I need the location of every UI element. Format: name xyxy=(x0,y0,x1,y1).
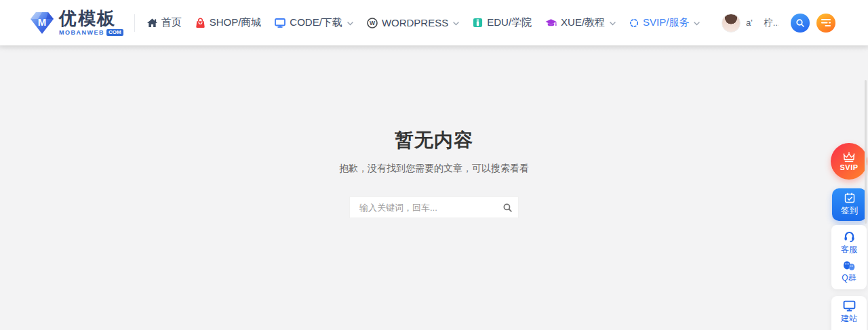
nav-item-home[interactable]: 首页 xyxy=(147,16,182,29)
qq-group-icon xyxy=(842,260,856,271)
chevron-down-icon xyxy=(453,22,459,26)
nav-item-xue[interactable]: XUE/教程 xyxy=(545,16,616,29)
build-card: 建站 xyxy=(831,296,867,330)
site-logo[interactable]: M 优模板 MOBANWEB COM xyxy=(31,9,123,36)
content-area: 暂无内容 抱歉，没有找到您需要的文章，可以搜索看看 xyxy=(0,45,868,330)
nav-item-edu[interactable]: EDU/学院 xyxy=(473,16,532,29)
header-right: a'ゞ 柠... xyxy=(722,14,835,33)
monitor-icon xyxy=(843,300,856,312)
scrollbar-thumb[interactable] xyxy=(865,80,867,224)
nav-label: SHOP/商城 xyxy=(210,16,262,29)
site-build-button[interactable]: 建站 xyxy=(841,300,857,325)
nav-label: CODE/下载 xyxy=(290,16,342,29)
nav-item-wordpress[interactable]: W WORDPRESS xyxy=(367,17,459,28)
checkin-label: 签到 xyxy=(841,205,858,217)
search-icon xyxy=(795,18,805,28)
headset-icon xyxy=(843,230,856,243)
customer-service-button[interactable]: 客服 xyxy=(841,230,857,255)
logo-divider xyxy=(134,14,135,32)
nav-label: SVIP/服务 xyxy=(643,16,689,29)
empty-state-subtitle: 抱歉，没有找到您需要的文章，可以搜索看看 xyxy=(0,163,868,175)
search-submit-button[interactable] xyxy=(502,203,513,213)
top-navbar: M 优模板 MOBANWEB COM 首页 SHOP/商城 xyxy=(0,0,868,45)
monitor-icon xyxy=(275,18,285,28)
graduation-cap-icon xyxy=(545,18,557,28)
main-nav: 首页 SHOP/商城 CODE/下载 W xyxy=(147,16,701,29)
dotted-circle-icon xyxy=(629,18,639,28)
nav-label: 首页 xyxy=(161,16,182,29)
logo-title: 优模板 xyxy=(59,9,123,27)
empty-state-title: 暂无内容 xyxy=(0,127,868,153)
logo-mark: M xyxy=(38,16,47,28)
site-build-label: 建站 xyxy=(841,313,857,325)
customer-service-label: 客服 xyxy=(841,244,857,255)
chevron-down-icon xyxy=(347,22,353,26)
shopping-bag-icon xyxy=(195,18,205,28)
logo-text: 优模板 MOBANWEB COM xyxy=(59,9,123,36)
nav-label: WORDPRESS xyxy=(382,17,448,28)
nav-label: XUE/教程 xyxy=(561,16,605,29)
nav-item-svip[interactable]: SVIP/服务 xyxy=(629,16,700,29)
crown-icon xyxy=(842,152,856,163)
svip-float-button[interactable]: SVIP xyxy=(831,143,867,180)
user-avatar[interactable] xyxy=(722,14,741,33)
logo-subtitle: MOBANWEB xyxy=(59,30,104,36)
svip-label: SVIP xyxy=(840,163,858,171)
checkin-float-button[interactable]: 签到 xyxy=(832,188,867,221)
edu-badge-icon xyxy=(473,18,483,28)
home-icon xyxy=(147,18,157,28)
chevron-down-icon xyxy=(694,22,700,26)
search-button[interactable] xyxy=(791,14,810,33)
qq-group-button[interactable]: Q群 xyxy=(842,260,856,284)
list-menu-icon xyxy=(821,18,831,27)
svg-text:W: W xyxy=(370,20,376,26)
chevron-down-icon xyxy=(610,22,616,26)
username[interactable]: a'ゞ 柠... xyxy=(746,17,778,29)
logo-gem-icon: M xyxy=(31,12,54,34)
nav-item-code[interactable]: CODE/下载 xyxy=(275,16,353,29)
support-card: 客服 Q群 xyxy=(831,225,867,289)
calendar-check-icon xyxy=(844,192,855,203)
menu-button[interactable] xyxy=(816,14,835,33)
search-icon xyxy=(502,203,513,213)
nav-item-shop[interactable]: SHOP/商城 xyxy=(195,16,262,29)
search-input[interactable] xyxy=(350,197,518,218)
search-box xyxy=(349,197,519,218)
wordpress-icon: W xyxy=(367,18,378,28)
logo-badge: COM xyxy=(106,29,123,36)
qq-group-label: Q群 xyxy=(842,272,856,284)
nav-label: EDU/学院 xyxy=(487,16,532,29)
